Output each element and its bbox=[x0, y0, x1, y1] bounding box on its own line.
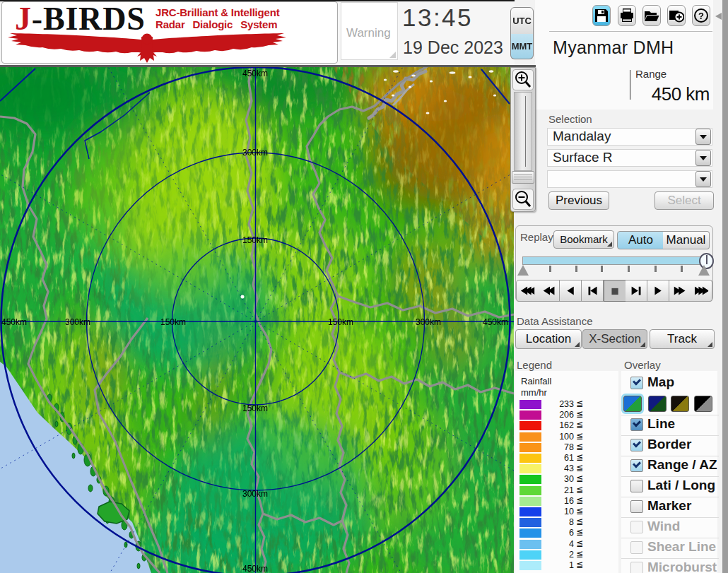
svg-text:150km: 150km bbox=[242, 235, 268, 245]
svg-text:300km: 300km bbox=[65, 317, 90, 327]
svg-text:150km: 150km bbox=[242, 403, 268, 413]
svg-text:450km: 450km bbox=[483, 317, 508, 327]
svg-text:150km: 150km bbox=[160, 317, 186, 327]
svg-text:450km: 450km bbox=[242, 564, 268, 573]
svg-text:?: ? bbox=[698, 11, 704, 21]
svg-text:450km: 450km bbox=[242, 69, 268, 78]
svg-text:150km: 150km bbox=[328, 317, 353, 327]
svg-text:300km: 300km bbox=[242, 489, 268, 499]
svg-text:300km: 300km bbox=[416, 317, 441, 327]
svg-text:450km: 450km bbox=[1, 317, 27, 327]
svg-text:300km: 300km bbox=[242, 148, 268, 158]
